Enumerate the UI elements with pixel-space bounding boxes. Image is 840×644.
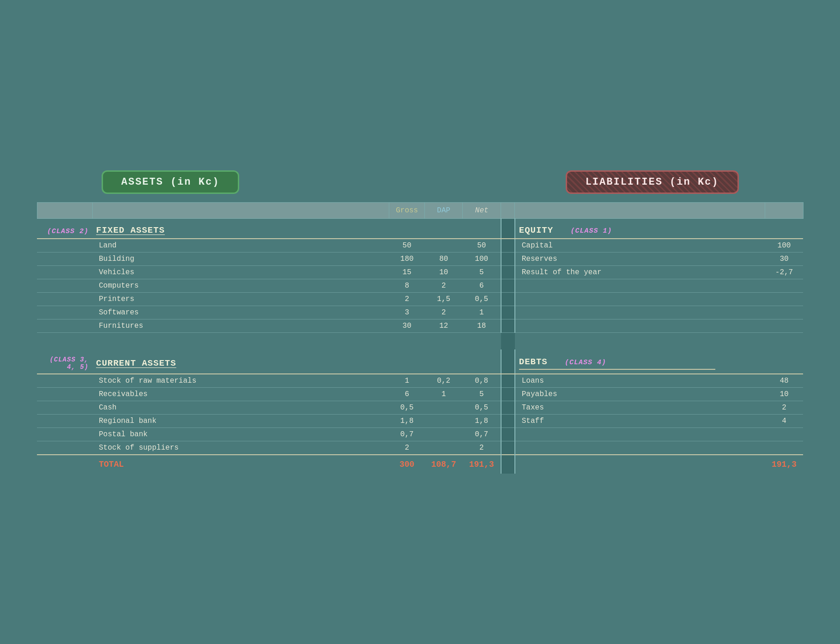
furnitures-net: 18 (463, 319, 501, 333)
receivables-gross: 6 (389, 388, 425, 401)
payables-value: 10 (765, 388, 803, 401)
regional-dap (425, 415, 463, 428)
row-postal: Postal bank 0,7 0,7 (37, 428, 803, 441)
softwares-label: Softwares (92, 306, 389, 319)
computers-dap: 2 (425, 279, 463, 293)
vehicles-net: 5 (463, 266, 501, 279)
regional-net: 1,8 (463, 415, 501, 428)
cash-net: 0,5 (463, 401, 501, 415)
liabilities-total-value: 191,3 (765, 455, 803, 474)
header-row: ASSETS (in Kc) LIABILITIES (in Kc) (37, 170, 804, 194)
stock-suppliers-dap (425, 441, 463, 455)
furnitures-gross: 30 (389, 319, 425, 333)
liabilities-banner-label: LIABILITIES (in Kc) (586, 176, 719, 188)
liabilities-banner: LIABILITIES (in Kc) (566, 170, 739, 194)
debts-header-cell: DEBTS (CLASS 4) (515, 349, 803, 374)
land-label: Land (92, 239, 389, 253)
taxes-value: 2 (765, 401, 803, 415)
row-building-reserves: Building 180 80 100 Reserves 30 (37, 253, 803, 266)
computers-net: 6 (463, 279, 501, 293)
row-land-capital: Land 50 50 Capital 100 (37, 239, 803, 253)
computers-label: Computers (92, 279, 389, 293)
regional-bank-label: Regional bank (92, 415, 389, 428)
fixed-assets-title: FIXED ASSETS (92, 219, 501, 239)
receivables-net: 5 (463, 388, 501, 401)
postal-net: 0,7 (463, 428, 501, 441)
row-regional-staff: Regional bank 1,8 1,8 Staff 4 (37, 415, 803, 428)
row-stock-suppliers: Stock of suppliers 2 2 (37, 441, 803, 455)
row-computers: Computers 8 2 6 (37, 279, 803, 293)
stock-raw-dap: 0,2 (425, 374, 463, 388)
vehicles-label: Vehicles (92, 266, 389, 279)
staff-label: Staff (515, 415, 765, 428)
cash-label: Cash (92, 401, 389, 415)
total-row: TOTAL 300 108,7 191,3 191,3 (37, 455, 803, 474)
total-label: TOTAL (92, 455, 389, 474)
result-label: Result of the year (515, 266, 765, 279)
total-gross: 300 (389, 455, 425, 474)
fixed-assets-header-row: (CLASS 2) FIXED ASSETS EQUITY (CLASS 1) (37, 219, 803, 239)
staff-value: 4 (765, 415, 803, 428)
postal-dap (425, 428, 463, 441)
reserves-value: 30 (765, 253, 803, 266)
furnitures-label: Furnitures (92, 319, 389, 333)
building-gross: 180 (389, 253, 425, 266)
empty-liability-1 (515, 279, 765, 293)
stock-suppliers-net: 2 (463, 441, 501, 455)
spacer-1 (37, 333, 803, 350)
gross-header: Gross (389, 203, 425, 219)
building-label: Building (92, 253, 389, 266)
regional-gross: 1,8 (389, 415, 425, 428)
furnitures-dap: 12 (425, 319, 463, 333)
row-furnitures: Furnitures 30 12 18 (37, 319, 803, 333)
payables-label: Payables (515, 388, 765, 401)
printers-gross: 2 (389, 293, 425, 306)
row-cash-taxes: Cash 0,5 0,5 Taxes 2 (37, 401, 803, 415)
total-net: 191,3 (463, 455, 501, 474)
printers-dap: 1,5 (425, 293, 463, 306)
row-softwares: Softwares 3 2 1 (37, 306, 803, 319)
land-dap (425, 239, 463, 253)
vehicles-gross: 15 (389, 266, 425, 279)
stock-raw-net: 0,8 (463, 374, 501, 388)
net-header: Net (463, 203, 501, 219)
land-gross: 50 (389, 239, 425, 253)
computers-gross: 8 (389, 279, 425, 293)
fixed-assets-class-label: (CLASS 2) (37, 219, 92, 239)
current-assets-header-row: (CLASS 3, 4, 5) CURRENT ASSETS DEBTS (CL… (37, 349, 803, 374)
stock-raw-label: Stock of raw materials (92, 374, 389, 388)
printers-label: Printers (92, 293, 389, 306)
loans-label: Loans (515, 374, 765, 388)
empty-liability-val-1 (765, 279, 803, 293)
row-stock-raw-loans: Stock of raw materials 1 0,2 0,8 Loans 4… (37, 374, 803, 388)
softwares-dap: 2 (425, 306, 463, 319)
capital-value: 100 (765, 239, 803, 253)
printers-net: 0,5 (463, 293, 501, 306)
assets-banner: ASSETS (in Kc) (102, 170, 240, 194)
page-container: ASSETS (in Kc) LIABILITIES (in Kc) Gross… (28, 156, 813, 488)
receivables-label: Receivables (92, 388, 389, 401)
stock-suppliers-gross: 2 (389, 441, 425, 455)
building-net: 100 (463, 253, 501, 266)
loans-value: 48 (765, 374, 803, 388)
receivables-dap: 1 (425, 388, 463, 401)
capital-label: Capital (515, 239, 765, 253)
assets-banner-label: ASSETS (in Kc) (121, 176, 220, 188)
taxes-label: Taxes (515, 401, 765, 415)
postal-bank-label: Postal bank (92, 428, 389, 441)
softwares-net: 1 (463, 306, 501, 319)
softwares-gross: 3 (389, 306, 425, 319)
building-dap: 80 (425, 253, 463, 266)
current-assets-title: CURRENT ASSETS (92, 349, 501, 374)
stock-raw-gross: 1 (389, 374, 425, 388)
cash-dap (425, 401, 463, 415)
equity-header-cell: EQUITY (CLASS 1) (515, 219, 803, 239)
cash-gross: 0,5 (389, 401, 425, 415)
row-receivables-payables: Receivables 6 1 5 Payables 10 (37, 388, 803, 401)
current-assets-class-label: (CLASS 3, 4, 5) (37, 349, 92, 374)
land-net: 50 (463, 239, 501, 253)
stock-suppliers-label: Stock of suppliers (92, 441, 389, 455)
vehicles-dap: 10 (425, 266, 463, 279)
row-printers: Printers 2 1,5 0,5 (37, 293, 803, 306)
row-vehicles-result: Vehicles 15 10 5 Result of the year -2,7 (37, 266, 803, 279)
